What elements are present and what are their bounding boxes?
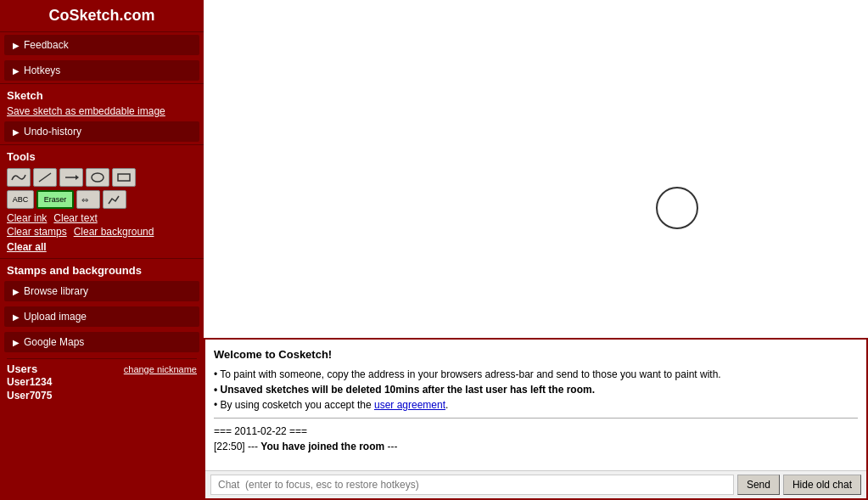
clear-links: Clear ink Clear text	[7, 212, 197, 226]
clear-links-2: Clear stamps Clear background	[7, 226, 197, 239]
arrow-icon	[64, 171, 79, 183]
chat-date-line: === 2011-02-22 ===	[214, 424, 858, 439]
upload-arrow-icon: ▶	[13, 312, 20, 322]
hotkeys-arrow-icon: ▶	[13, 66, 20, 76]
undo-history-label: Undo-history	[24, 126, 81, 138]
main-area: Welcome to Cosketch! • To paint with som…	[204, 0, 868, 500]
tool-text[interactable]: ABC	[7, 190, 34, 209]
svg-point-3	[92, 173, 104, 182]
tool-eraser[interactable]: Eraser	[36, 190, 74, 209]
tool-rect[interactable]	[112, 168, 136, 187]
gmaps-arrow-icon: ▶	[13, 338, 20, 347]
change-nickname-link[interactable]: change nickname	[124, 364, 197, 374]
chat-panel: Welcome to Cosketch! • To paint with som…	[204, 338, 868, 500]
google-maps-label: Google Maps	[24, 336, 84, 348]
hotkeys-label: Hotkeys	[24, 65, 60, 76]
move-icon: ⇔	[81, 194, 96, 205]
undo-arrow-icon: ▶	[13, 127, 20, 137]
hotkeys-btn[interactable]: ▶ Hotkeys	[4, 60, 199, 81]
chat-input[interactable]	[210, 475, 734, 495]
chat-bullet3: • By using cosketch you accept the user …	[214, 397, 858, 413]
users-section-header: Users	[7, 362, 37, 375]
users-section: Users change nickname User1234 User7075	[0, 355, 204, 500]
chat-bullet2: • Unsaved sketches will be deleted 10min…	[214, 382, 858, 397]
chat-bullet1: • To paint with someone, copy the addres…	[214, 367, 858, 382]
upload-image-btn[interactable]: ▶ Upload image	[4, 306, 199, 327]
chat-join-suffix: ---	[384, 441, 397, 452]
clear-stamps-link[interactable]: Clear stamps	[7, 226, 67, 238]
clear-ink-link[interactable]: Clear ink	[7, 212, 47, 224]
chat-bullet3-suffix: .	[445, 399, 448, 411]
svg-text:⇔: ⇔	[81, 195, 88, 205]
tool-line[interactable]	[33, 168, 57, 187]
rect-icon	[116, 171, 132, 183]
users-header: Users change nickname	[7, 358, 197, 375]
clear-text-link[interactable]: Clear text	[53, 212, 97, 224]
user-item-1: User1234	[7, 375, 197, 389]
user-item-2: User7075	[7, 389, 197, 402]
user-agreement-link[interactable]: user agreement	[374, 399, 445, 411]
clear-background-link[interactable]: Clear background	[74, 226, 154, 238]
app-title: CoSketch.com	[0, 0, 204, 32]
stamps-section-header: Stamps and backgrounds	[0, 258, 204, 278]
graph-icon	[107, 194, 122, 205]
feedback-label: Feedback	[24, 39, 69, 51]
sidebar: CoSketch.com ▶ Feedback ▶ Hotkeys Sketch…	[0, 0, 204, 500]
chat-bullet2-text: • Unsaved sketches will be deleted 10min…	[214, 384, 595, 396]
chat-bullet3-prefix: • By using cosketch you accept the	[214, 399, 374, 411]
send-button[interactable]: Send	[737, 475, 780, 495]
tools-container: ABC Eraser ⇔ Clear ink Clear text Clear …	[0, 165, 204, 258]
tool-move[interactable]: ⇔	[76, 190, 100, 209]
tools-row-1	[7, 168, 197, 187]
tool-graph[interactable]	[103, 190, 126, 209]
ellipse-icon	[90, 171, 105, 183]
svg-rect-4	[118, 174, 130, 181]
clear-all-link[interactable]: Clear all	[7, 241, 47, 253]
tool-ellipse[interactable]	[86, 168, 109, 187]
squiggle-icon	[11, 171, 26, 183]
chat-messages[interactable]: Welcome to Cosketch! • To paint with som…	[205, 340, 866, 471]
save-sketch-link[interactable]: Save sketch as embeddable image	[0, 104, 204, 119]
upload-image-label: Upload image	[24, 311, 87, 323]
feedback-btn[interactable]: ▶ Feedback	[4, 35, 199, 55]
tools-section-header: Tools	[0, 144, 204, 165]
chat-welcome-title: Welcome to Cosketch!	[214, 346, 858, 363]
tool-arrow[interactable]	[59, 168, 83, 187]
tool-squiggle[interactable]	[7, 168, 31, 187]
google-maps-btn[interactable]: ▶ Google Maps	[4, 332, 199, 352]
chat-join-line: [22:50] --- You have joined the room ---	[214, 439, 858, 454]
canvas-circle	[656, 187, 698, 229]
chat-divider	[214, 418, 858, 419]
line-icon	[37, 171, 53, 183]
feedback-arrow-icon: ▶	[13, 41, 20, 50]
chat-join-bold: You have joined the room	[260, 441, 384, 452]
browse-library-label: Browse library	[24, 285, 88, 297]
tools-row-2: ABC Eraser ⇔	[7, 190, 197, 209]
chat-join-prefix: [22:50] ---	[214, 441, 260, 452]
svg-marker-2	[76, 175, 79, 180]
hide-old-chat-button[interactable]: Hide old chat	[783, 475, 861, 495]
svg-line-0	[39, 173, 51, 182]
sketch-section-header: Sketch	[0, 83, 204, 104]
browse-arrow-icon: ▶	[13, 287, 20, 296]
undo-history-btn[interactable]: ▶ Undo-history	[4, 121, 199, 142]
chat-input-row: Send Hide old chat	[205, 471, 866, 498]
browse-library-btn[interactable]: ▶ Browse library	[4, 281, 199, 301]
